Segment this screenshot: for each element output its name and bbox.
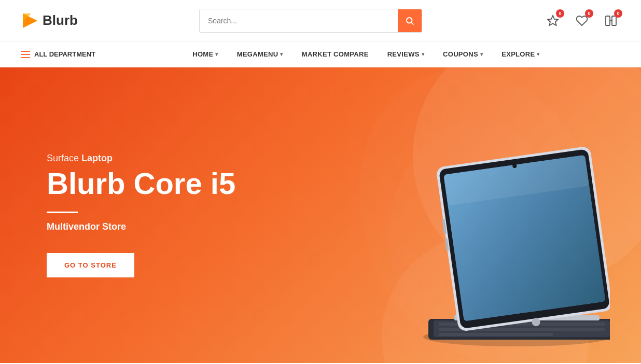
search-button[interactable] [398,9,422,32]
nav-item-megamenu[interactable]: MEGAMENU ▾ [228,41,292,67]
chevron-down-icon: ▾ [537,51,539,57]
chevron-down-icon: ▾ [480,51,483,57]
nav-item-explore[interactable]: EXPLORE ▾ [492,41,549,67]
nav-item-home-label: HOME [192,50,213,58]
svg-rect-5 [606,16,610,25]
hero-product-image [351,135,610,353]
search-icon [405,16,414,25]
chevron-down-icon: ▾ [422,51,424,57]
goto-store-button[interactable]: GO TO STORE [47,253,134,277]
svg-rect-6 [612,16,616,25]
svg-rect-15 [439,333,553,336]
tablet-svg [351,135,610,353]
search-bar [199,9,422,33]
svg-marker-4 [548,16,558,25]
svg-point-2 [407,18,412,23]
search-input[interactable] [200,9,398,32]
chevron-down-icon: ▾ [280,51,283,57]
main-nav: ALL DEPARTMENT HOME ▾ MEGAMENU ▾ MARKET … [0,41,641,67]
hero-section: Surface Laptop Blurb Core i5 Multivendor… [0,67,641,363]
hero-subtitle-plain: Surface [47,153,79,163]
hamburger-icon [21,51,30,58]
heart-badge: 0 [585,9,593,18]
header: Blurb 0 0 [0,0,641,41]
nav-item-reviews[interactable]: REVIEWS ▾ [378,41,434,67]
all-department-menu[interactable]: ALL DEPARTMENT [21,50,95,58]
logo-text: Blurb [43,12,78,29]
hero-subtitle-bold: Laptop [81,153,113,163]
wishlist-badge: 0 [556,9,564,18]
nav-item-megamenu-label: MEGAMENU [237,50,278,58]
svg-line-3 [411,22,413,24]
nav-item-reviews-label: REVIEWS [387,50,420,58]
nav-items: HOME ▾ MEGAMENU ▾ MARKET COMPARE REVIEWS… [112,41,620,67]
all-department-label: ALL DEPARTMENT [34,50,95,58]
wishlist-icon-wrapper[interactable]: 0 [544,11,562,30]
nav-item-market-compare[interactable]: MARKET COMPARE [292,41,378,67]
chevron-down-icon: ▾ [215,51,218,57]
nav-item-explore-label: EXPLORE [501,50,535,58]
logo[interactable]: Blurb [21,11,78,30]
hero-divider [47,212,78,213]
header-icons: 0 0 0 [544,11,620,30]
nav-item-coupons[interactable]: COUPONS ▾ [434,41,492,67]
nav-item-coupons-label: COUPONS [443,50,478,58]
nav-item-home[interactable]: HOME ▾ [183,41,228,67]
nav-item-market-compare-label: MARKET COMPARE [302,50,369,58]
compare-icon-wrapper[interactable]: 0 [602,11,620,30]
heart-icon-wrapper[interactable]: 0 [573,11,591,30]
compare-badge: 0 [614,9,622,18]
logo-icon [21,11,39,30]
